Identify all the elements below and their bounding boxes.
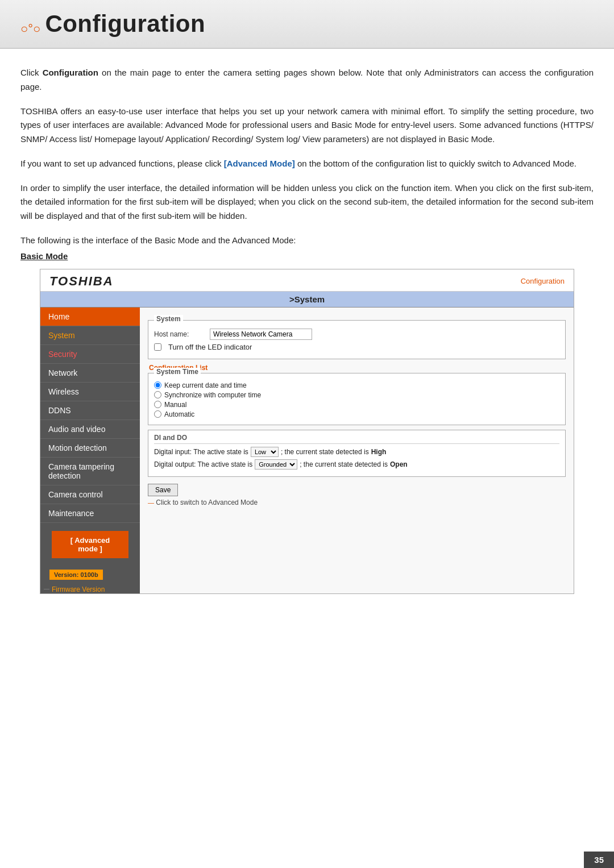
demo-ui: TOSHIBA Configuration >System Home Syste… [40, 269, 574, 594]
demo-sidebar: Home System Security Network Wireless DD… [40, 308, 140, 593]
host-name-input[interactable] [210, 329, 312, 340]
digital-input-state: High [371, 448, 387, 456]
digital-output-row: Digital output: The active state is Grou… [154, 459, 559, 470]
intro-para-4: In order to simplify the user interface,… [20, 181, 594, 223]
radio-keep-current[interactable]: Keep current date and time [154, 381, 559, 389]
digital-input-row: Digital input: The active state is Low H… [154, 447, 559, 457]
system-legend: System [154, 315, 183, 323]
header-icon: ○°○ [20, 22, 40, 36]
system-time-section: System Time Keep current date and time S… [148, 373, 566, 425]
sidebar-item-camera-control[interactable]: Camera control [40, 485, 140, 504]
radio-automatic[interactable]: Automatic [154, 410, 559, 418]
main-content: Click Configuration on the main page to … [0, 49, 614, 611]
digital-input-pre: Digital input: The active state is [154, 448, 248, 456]
radio-manual-label: Manual [164, 401, 186, 409]
radio-manual-input[interactable] [154, 401, 161, 408]
digital-output-pre: Digital output: The active state is [154, 460, 252, 468]
radio-automatic-label: Automatic [164, 410, 194, 418]
radio-sync-input[interactable] [154, 391, 161, 398]
host-name-row: Host name: [154, 329, 559, 340]
interface-label: The following is the interface of the Ba… [20, 234, 594, 248]
save-button[interactable]: Save [148, 484, 178, 496]
config-bold: Configuration [43, 68, 98, 77]
demo-logo: TOSHIBA [49, 274, 114, 289]
demo-config-link[interactable]: Configuration [521, 277, 565, 285]
para3-post: on the bottom of the configuration list … [295, 159, 576, 168]
page-title: Configuration [45, 10, 205, 38]
radio-sync-label: Synchronize with computer time [164, 391, 261, 399]
advanced-mode-link[interactable]: [Advanced Mode] [224, 159, 295, 168]
digital-input-post: ; the current state detected is [281, 448, 369, 456]
sidebar-item-network[interactable]: Network [40, 364, 140, 383]
basic-mode-label: Basic Mode [20, 251, 594, 261]
sidebar-item-motion-detection[interactable]: Motion detection [40, 439, 140, 458]
di-do-legend: DI and DO [154, 434, 559, 444]
digital-output-post: ; the current state detected is [300, 460, 388, 468]
sidebar-item-camera-tampering[interactable]: Camera tampering detection [40, 458, 140, 485]
sidebar-version: Version: 0100b [49, 570, 103, 580]
digital-output-state: Open [390, 460, 408, 468]
para1-rest: on the main page to enter the camera set… [20, 68, 594, 92]
intro-para-1: Click Configuration on the main page to … [20, 66, 594, 94]
advanced-mode-note: — Click to switch to Advanced Mode [148, 499, 566, 506]
radio-manual[interactable]: Manual [154, 401, 559, 409]
page-number: 35 [584, 852, 614, 868]
sidebar-item-security[interactable]: Security [40, 345, 140, 364]
demo-header: TOSHIBA Configuration [40, 269, 574, 292]
digital-input-select[interactable]: Low High [251, 447, 279, 457]
sidebar-bottom: Version: 0100b [40, 565, 140, 584]
page-header: ○°○ Configuration [0, 0, 614, 49]
demo-subheader: >System [40, 292, 574, 308]
sidebar-item-home[interactable]: Home [40, 308, 140, 326]
radio-automatic-input[interactable] [154, 410, 161, 418]
radio-keep-current-label: Keep current date and time [164, 381, 247, 389]
host-name-label: Host name: [154, 330, 205, 338]
demo-body: Home System Security Network Wireless DD… [40, 308, 574, 593]
led-checkbox[interactable] [154, 343, 161, 351]
radio-keep-current-input[interactable] [154, 381, 161, 389]
sidebar-item-audio-video[interactable]: Audio and video [40, 420, 140, 439]
intro-para-2: TOSHIBA offers an easy-to-use user inter… [20, 105, 594, 147]
di-do-section: DI and DO Digital input: The active stat… [148, 430, 566, 477]
digital-output-select[interactable]: Grounded Open [255, 459, 297, 470]
system-section: System Host name: Turn off the LED indic… [148, 320, 566, 359]
sidebar-firmware-label: Firmware Version [52, 585, 105, 593]
radio-sync-computer[interactable]: Synchronize with computer time [154, 391, 559, 399]
led-label: Turn off the LED indicator [168, 343, 252, 351]
para3-pre: If you want to set up advanced functions… [20, 159, 224, 168]
sidebar-item-wireless[interactable]: Wireless [40, 383, 140, 401]
config-list-label: Configuration List [148, 364, 566, 372]
advanced-mode-button[interactable]: [ Advanced mode ] [52, 531, 128, 558]
intro-para-3: If you want to set up advanced functions… [20, 157, 594, 171]
led-row: Turn off the LED indicator [154, 343, 559, 351]
advanced-mode-note-text: Click to switch to Advanced Mode [156, 499, 258, 506]
sidebar-item-ddns[interactable]: DDNS [40, 401, 140, 420]
demo-panel: System Host name: Turn off the LED indic… [140, 308, 574, 593]
sidebar-item-maintenance[interactable]: Maintenance [40, 504, 140, 523]
system-time-legend: System Time [154, 368, 201, 376]
sidebar-item-system[interactable]: System [40, 326, 140, 345]
